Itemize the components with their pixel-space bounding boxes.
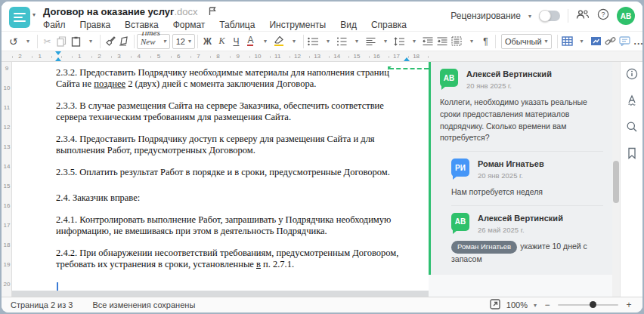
user-avatar[interactable]: АВ [617,7,635,25]
increase-indent-button[interactable] [435,33,450,49]
menu-bar: ФайлПравкаВставкаФорматТаблицаИнструмент… [43,18,450,32]
menu-item-2[interactable]: Вставка [125,20,159,30]
comment-1[interactable]: РИРоман Игнатьев20 янв 2025 г.Нам потреб… [451,159,603,199]
review-mode-label[interactable]: Рецензирование [450,11,521,21]
highlight-chevron-down-icon[interactable]: ▾ [286,33,301,49]
underline-button[interactable]: Ч [229,33,243,49]
help-icon[interactable]: ? [597,8,609,23]
comment-author: Алексей Вертинский [478,214,563,223]
comment-2[interactable]: АВАлексей Вертинский26 май 2025 г.Роман … [451,213,603,266]
numbered-list-button[interactable] [335,33,349,49]
zoom-chevron-down-icon[interactable]: ▾ [534,302,537,309]
comment-thread[interactable]: АВАлексей Вертинский20 янв 2025 г.Коллег… [429,62,612,275]
logo-chevron-down-icon[interactable]: ▾ [33,11,36,31]
insert-table-chevron-down-icon[interactable]: ▾ [574,33,589,49]
zoom-out-button[interactable]: − [543,300,552,310]
insert-table-button[interactable] [560,33,574,49]
paragraph-settings-chevron-down-icon[interactable]: ▾ [464,33,478,49]
comment-text: Коллеги, необходимо указать реальные сро… [440,97,603,144]
paragraph-5: 2.4.1. Контролировать выполнение Работ, … [56,214,403,237]
menu-item-1[interactable]: Правка [80,20,111,30]
line-spacing-chevron-down-icon[interactable]: ▾ [407,33,421,49]
document-page[interactable]: 2.3.2. Предоставить Подрядчику необходим… [12,62,429,291]
ruler-number: 2 [17,53,23,60]
main-area: 91011121314151617181920 2.3.2. Предостав… [2,62,642,297]
app-logo-icon[interactable] [9,7,30,28]
bullet-list-chevron-down-icon[interactable]: ▾ [320,33,335,49]
zoom-level[interactable]: 100% [506,300,528,309]
zoom-slider-handle[interactable] [590,301,596,308]
font-color-button[interactable]: А [243,33,258,49]
horizontal-ruler[interactable]: 21123456789101112131415161718 [2,51,642,62]
paragraph-style-select[interactable]: Обычный▾ [501,34,552,49]
comment-0[interactable]: АВАлексей Вертинский20 янв 2025 г.Коллег… [440,69,603,144]
numbered-list-chevron-down-icon[interactable]: ▾ [349,33,364,49]
mention-pill: Роман Игнатьев [451,241,517,254]
paragraph-settings-button[interactable] [450,33,464,49]
paragraph-3: 2.3.5. Оплатить результат Работ в порядк… [56,167,403,178]
highlight-color-button[interactable] [272,33,286,49]
copy-button[interactable] [54,33,69,49]
comments-panel: АВАлексей Вертинский20 янв 2025 г.Коллег… [429,62,612,297]
menu-item-3[interactable]: Формат [173,20,206,30]
ruler-number: 16 [2,202,12,209]
ruler-number: 12 [2,124,12,131]
vertical-scrollbar[interactable] [612,62,620,297]
menu-item-7[interactable]: Справка [371,20,407,30]
menu-item-5[interactable]: Инструменты [269,20,326,30]
bullet-list-button[interactable] [306,33,320,49]
collaborators-icon[interactable] [576,9,590,23]
scrollbar-thumb[interactable] [613,161,619,203]
undo-chevron-down-icon[interactable]: ▾ [20,33,35,49]
insert-link-button[interactable] [603,33,618,49]
paste-chevron-down-icon[interactable]: ▾ [83,33,98,49]
zoom-slider[interactable] [558,304,618,306]
ruler-number: 16 [372,53,382,60]
review-chevron-down-icon[interactable]: ▾ [528,13,531,20]
menu-item-4[interactable]: Таблица [219,20,255,30]
comment-author: Алексей Вертинский [466,69,552,78]
align-chevron-down-icon[interactable]: ▾ [378,33,392,49]
save-status: Все изменения сохранены [92,300,195,309]
vertical-ruler[interactable]: 91011121314151617181920 [2,62,12,297]
paragraph-6: 2.4.2. При обнаружении несоответствий тр… [56,248,403,270]
menu-item-0[interactable]: Файл [43,20,66,30]
menu-item-6[interactable]: Вид [340,20,357,30]
review-toggle[interactable] [539,11,560,21]
comment-button[interactable] [618,33,632,49]
spellcheck-icon[interactable] [625,94,639,107]
left-indent-marker[interactable] [55,57,61,61]
page-indicator[interactable]: Страница 2 из 3 [11,300,73,309]
align-button[interactable] [364,33,378,49]
decrease-indent-button[interactable] [421,33,435,49]
show-paragraph-marks-button[interactable]: ¶ [478,33,493,49]
bold-button[interactable]: Ж [200,33,215,49]
flag-icon[interactable] [209,5,217,19]
info-icon[interactable] [625,67,639,81]
fit-width-icon[interactable] [490,299,500,311]
clear-formatting-icon[interactable] [117,33,132,49]
undo-button[interactable]: ↺ [6,33,20,49]
ruler-number: 19 [2,261,12,268]
ruler-number: 2 [96,53,102,60]
more-toolbar-button[interactable]: ... [632,33,642,49]
paste-button[interactable] [69,33,83,49]
search-icon[interactable] [625,120,639,134]
bookmark-icon[interactable] [625,146,639,160]
ruler-number: 1 [37,53,43,60]
document-title: Договор на оказание услуг [43,6,174,17]
format-painter-icon[interactable] [103,33,117,49]
ruler-number: 11 [2,104,12,111]
font-color-chevron-down-icon[interactable]: ▾ [258,33,272,49]
first-line-indent-marker[interactable] [55,51,61,55]
comment-author: Роман Игнатьев [478,159,544,168]
font-name-select[interactable]: Times New ...▾ [137,34,170,49]
line-spacing-button[interactable] [392,33,407,49]
italic-button[interactable]: К [215,33,229,49]
font-size-select[interactable]: 12▾ [172,34,195,49]
paragraph-2: 2.3.4. Предоставить Подрядчику доступ к … [56,134,403,156]
right-indent-marker[interactable] [404,57,410,61]
cut-button[interactable]: ✂ [40,33,54,49]
insert-image-button[interactable] [589,33,603,49]
zoom-in-button[interactable]: + [624,300,633,310]
